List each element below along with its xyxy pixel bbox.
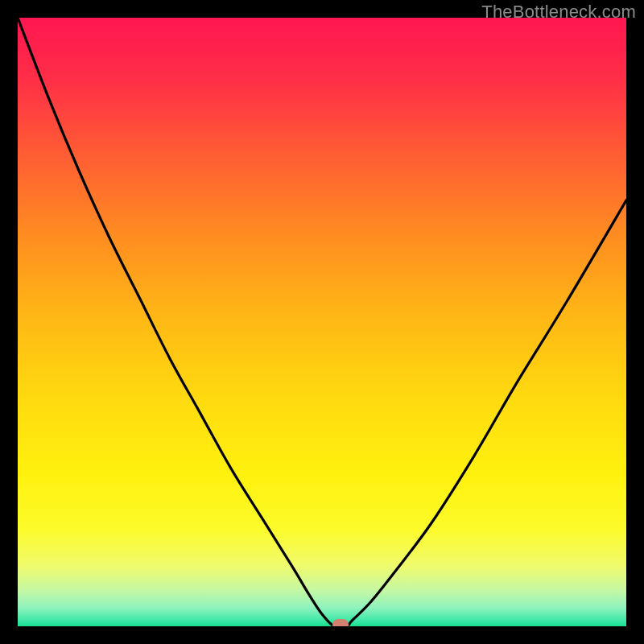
plot-area [18, 18, 626, 626]
bottleneck-curve [18, 18, 626, 626]
attribution-text: TheBottleneck.com [481, 2, 636, 23]
optimum-marker [332, 619, 349, 626]
chart-container: TheBottleneck.com [0, 0, 644, 644]
